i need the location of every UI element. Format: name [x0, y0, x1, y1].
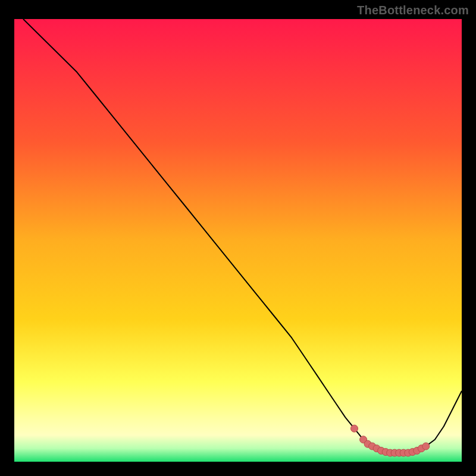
highlight-marker	[351, 425, 358, 432]
highlight-marker	[422, 443, 430, 450]
chart-container: TheBottleneck.com	[0, 0, 476, 476]
gradient-background	[14, 19, 462, 462]
chart-svg	[14, 19, 462, 462]
plot-area	[14, 19, 462, 462]
attribution-label: TheBottleneck.com	[357, 4, 469, 17]
